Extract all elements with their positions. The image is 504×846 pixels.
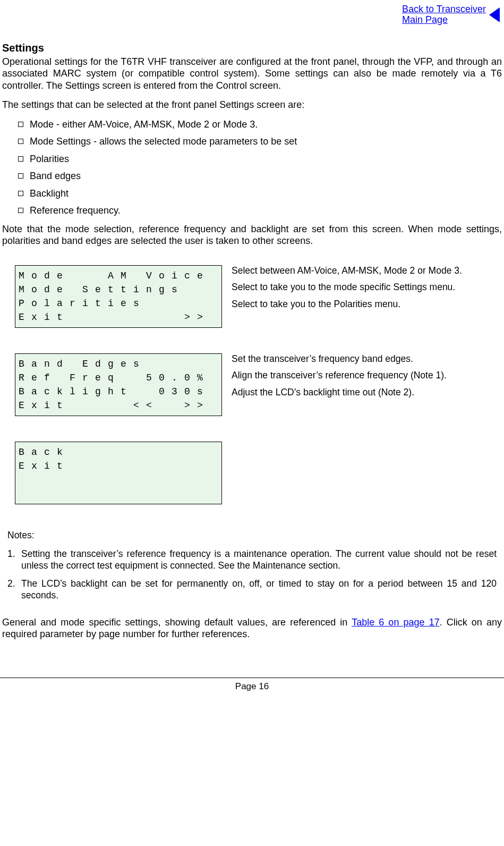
lcd-cell xyxy=(181,297,194,310)
list-lead: The settings that can be selected at the… xyxy=(2,99,502,111)
lcd-cell xyxy=(105,445,117,459)
lcd-cell: B xyxy=(15,357,28,371)
list-item: Backlight xyxy=(2,188,502,200)
note-item: 2. The LCD’s backlight can be set for pe… xyxy=(7,578,497,602)
lcd-cell xyxy=(117,473,130,487)
lcd-cell: i xyxy=(41,310,54,324)
annotation-text: Select between AM-Voice, AM-MSK, Mode 2 … xyxy=(232,265,462,277)
notes-heading: Notes: xyxy=(7,530,497,542)
bullet-text: Backlight xyxy=(30,188,69,199)
lcd-cell xyxy=(66,269,79,283)
lcd-cell: d xyxy=(92,357,105,371)
lcd-screen-3: BackExit xyxy=(15,442,222,504)
footer-divider xyxy=(0,678,504,678)
lcd-cell xyxy=(194,445,207,459)
lcd-cell: E xyxy=(15,310,28,324)
lcd-cell: o xyxy=(28,269,41,283)
lcd-row: Exit<<>> xyxy=(15,399,221,412)
back-link-line1: Back to Transceiver xyxy=(402,4,486,14)
lcd-cell xyxy=(194,459,207,473)
lcd-cell: e xyxy=(54,269,66,283)
lcd-cell: A xyxy=(105,269,117,283)
lcd-cell xyxy=(15,487,28,501)
lcd-cell xyxy=(28,473,41,487)
lcd-cell: 0 xyxy=(156,371,168,385)
lcd-cell xyxy=(79,459,92,473)
lcd-cell: i xyxy=(79,297,92,310)
lcd-cell xyxy=(66,310,79,324)
lcd-cell xyxy=(117,371,130,385)
lcd-cell xyxy=(105,459,117,473)
back-to-main-link[interactable]: Back to Transceiver Main Page xyxy=(402,4,486,26)
lcd-cell: a xyxy=(54,297,66,310)
lcd-row: Polarities xyxy=(15,297,221,310)
lcd-cell xyxy=(79,445,92,459)
lcd-row: RefFreq50.0% xyxy=(15,371,221,385)
lcd-cell: > xyxy=(181,310,194,324)
page-content: Settings Operational settings for the T6… xyxy=(0,41,504,640)
lcd-cell xyxy=(92,459,105,473)
table-6-link[interactable]: Table 6 on page 17 xyxy=(352,617,440,628)
lcd-cell: l xyxy=(66,385,79,399)
lcd-cell xyxy=(168,487,181,501)
lcd-cell: e xyxy=(54,283,66,297)
bullet-text: Polarities xyxy=(30,154,69,164)
lcd-cell xyxy=(143,297,156,310)
lcd-cell: i xyxy=(41,399,54,412)
arrow-left-icon[interactable] xyxy=(489,7,500,22)
closing-paragraph: General and mode specific settings, show… xyxy=(2,616,502,640)
lcd-cell: 0 xyxy=(181,371,194,385)
lcd-cell: r xyxy=(66,297,79,310)
lcd-cell: o xyxy=(156,269,168,283)
lcd-cell xyxy=(168,357,181,371)
lcd-cell: i xyxy=(105,297,117,310)
lcd-cell xyxy=(130,459,143,473)
lcd-cell xyxy=(92,473,105,487)
lcd-cell: r xyxy=(79,371,92,385)
lcd-row: ModeSettings xyxy=(15,283,221,297)
note-text: Setting the transceiver’s reference freq… xyxy=(21,548,497,572)
lcd-cell xyxy=(168,399,181,412)
lcd-cell xyxy=(156,297,168,310)
closing-pre: General and mode specific settings, show… xyxy=(2,617,352,628)
lcd-cell xyxy=(156,399,168,412)
lcd-cell: F xyxy=(66,371,79,385)
lcd-cell: 0 xyxy=(156,385,168,399)
lcd-cell: c xyxy=(181,269,194,283)
lcd-cell: e xyxy=(28,371,41,385)
lcd-cell xyxy=(156,445,168,459)
lcd-cell: e xyxy=(117,297,130,310)
lcd-cell xyxy=(28,487,41,501)
lcd-cell xyxy=(66,459,79,473)
lcd-cell: S xyxy=(79,283,92,297)
lcd-block-3: BackExit xyxy=(15,442,502,504)
lcd-cell: s xyxy=(194,385,207,399)
note-number: 1. xyxy=(7,548,21,572)
list-item: Mode Settings - allows the selected mode… xyxy=(2,136,502,148)
lcd-cell: g xyxy=(105,357,117,371)
lcd-cell: E xyxy=(79,357,92,371)
lcd-cell xyxy=(194,297,207,310)
lcd-cell xyxy=(130,371,143,385)
lcd-cell xyxy=(130,487,143,501)
lcd-cell: a xyxy=(28,357,41,371)
lcd-cell: t xyxy=(117,385,130,399)
lcd-cell xyxy=(181,357,194,371)
lcd-cell xyxy=(92,310,105,324)
lcd-row xyxy=(15,473,221,487)
lcd-cell xyxy=(54,487,66,501)
annotation-text: Select to take you to the mode specific … xyxy=(232,282,462,293)
lcd-cell xyxy=(181,473,194,487)
lcd-cell: i xyxy=(130,283,143,297)
note-item: 1. Setting the transceiver’s reference f… xyxy=(7,548,497,572)
page-number: Page 16 xyxy=(0,681,504,692)
lcd-cell: g xyxy=(156,283,168,297)
lcd-cell xyxy=(143,473,156,487)
lcd-cell xyxy=(143,459,156,473)
lcd-cell xyxy=(181,445,194,459)
bullet-text: Mode Settings - allows the selected mode… xyxy=(30,136,297,147)
lcd-cell xyxy=(117,445,130,459)
lcd-cell xyxy=(168,297,181,310)
lcd-cell: e xyxy=(92,283,105,297)
lcd-cell: 5 xyxy=(143,371,156,385)
